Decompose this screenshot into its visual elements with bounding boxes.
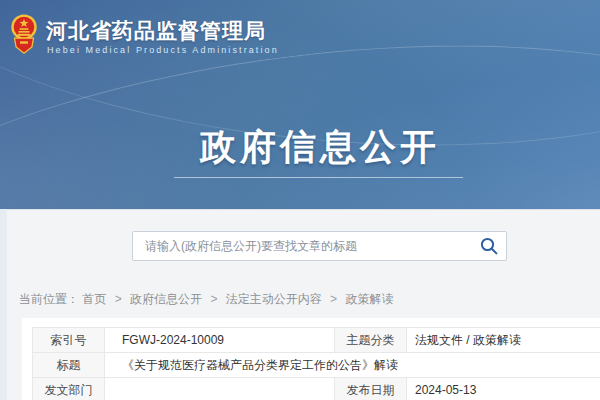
breadcrumb-item-home[interactable]: 首页 <box>82 292 106 306</box>
publish-date-label: 发布日期 <box>335 378 407 400</box>
header-banner: 河北省药品监督管理局 Hebei Medical Products Admini… <box>0 0 600 209</box>
search-button[interactable] <box>472 232 506 260</box>
issuing-department-value <box>105 378 335 400</box>
breadcrumb: 当前位置： 首页 > 政府信息公开 > 法定主动公开内容 > 政策解读 <box>19 291 393 308</box>
breadcrumb-separator: > <box>210 292 217 306</box>
search-input[interactable] <box>133 239 472 253</box>
national-emblem-icon[interactable] <box>8 12 40 58</box>
site-subtitle: Hebei Medical Products Administration <box>47 45 279 55</box>
search-box <box>132 231 507 261</box>
title-label: 标题 <box>33 353 105 378</box>
national-emblem-icon <box>8 12 40 58</box>
page-left-edge <box>0 209 7 400</box>
index-number-value: FGWJ-2024-10009 <box>105 328 335 353</box>
breadcrumb-prefix: 当前位置： <box>19 292 79 306</box>
table-row: 标题 《关于规范医疗器械产品分类界定工作的公告》解读 <box>33 353 600 378</box>
page-title: 政府信息公开 <box>200 123 440 172</box>
title-value: 《关于规范医疗器械产品分类界定工作的公告》解读 <box>105 353 600 378</box>
breadcrumb-separator: > <box>330 292 337 306</box>
topic-category-label: 主题分类 <box>335 328 407 353</box>
issuing-department-label: 发文部门 <box>33 378 105 400</box>
breadcrumb-item-gov-info[interactable]: 政府信息公开 <box>130 292 202 306</box>
search-icon <box>480 237 498 255</box>
index-number-label: 索引号 <box>33 328 105 353</box>
banner-underline <box>174 177 463 178</box>
breadcrumb-separator: > <box>115 292 122 306</box>
publish-date-value: 2024-05-13 <box>407 378 600 400</box>
breadcrumb-item-legal-disclosure[interactable]: 法定主动公开内容 <box>226 292 322 306</box>
topic-category-value: 法规文件 / 政策解读 <box>407 328 600 353</box>
site-title: 河北省药品监督管理局 <box>46 17 266 45</box>
table-row: 索引号 FGWJ-2024-10009 主题分类 法规文件 / 政策解读 <box>33 328 600 353</box>
table-row: 发文部门 发布日期 2024-05-13 <box>33 378 600 400</box>
breadcrumb-item-policy-interpretation[interactable]: 政策解读 <box>345 292 393 306</box>
document-info-table: 索引号 FGWJ-2024-10009 主题分类 法规文件 / 政策解读 标题 … <box>32 327 600 400</box>
